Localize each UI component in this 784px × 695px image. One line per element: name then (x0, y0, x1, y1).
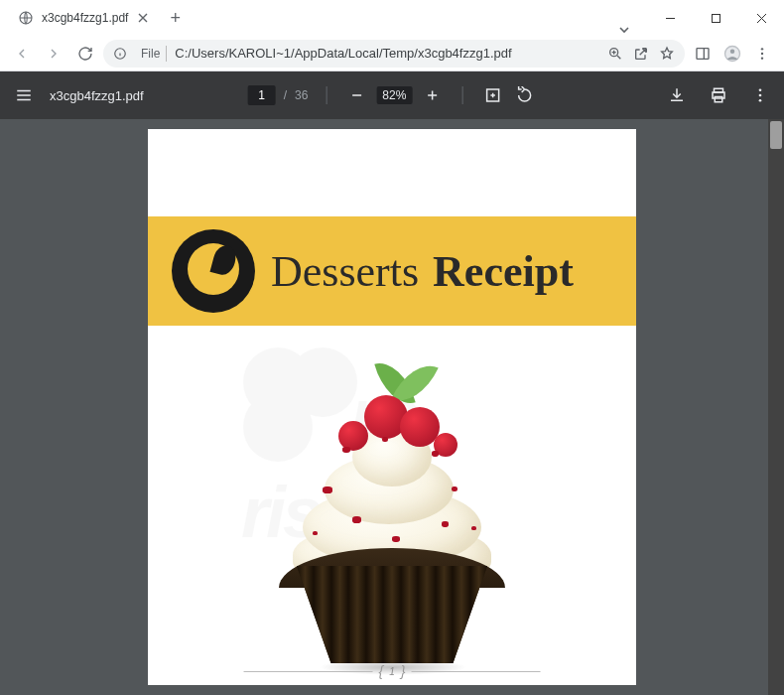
page-number-ornament: { 1 } (244, 663, 541, 679)
close-window-button[interactable] (738, 0, 784, 36)
download-button[interactable] (665, 83, 689, 107)
print-button[interactable] (707, 83, 730, 107)
banner-title-word1: Desserts (271, 246, 419, 297)
url-text: C:/Users/KAROLI~1/AppData/Local/Temp/x3c… (175, 46, 511, 61)
zoom-level: 82% (376, 86, 412, 104)
maximize-button[interactable] (693, 0, 738, 36)
pdf-menu-icon[interactable] (748, 83, 772, 107)
new-tab-button[interactable]: + (160, 8, 191, 29)
svg-point-14 (759, 88, 762, 91)
svg-point-6 (730, 49, 735, 54)
page-number-input[interactable] (248, 85, 276, 105)
file-chip: File (135, 46, 167, 62)
svg-point-7 (761, 48, 763, 50)
pdf-filename: x3cgb4fzzg1.pdf (50, 88, 144, 103)
cupcake-illustration (253, 367, 531, 675)
fit-page-button[interactable] (480, 83, 504, 107)
info-icon (113, 47, 127, 61)
tab-strip: x3cgb4fzzg1.pdf + (0, 0, 601, 36)
pdf-toolbar: x3cgb4fzzg1.pdf / 36 82% (0, 71, 784, 119)
reload-button[interactable] (71, 40, 99, 68)
browser-toolbar: File C:/Users/KAROLI~1/AppData/Local/Tem… (0, 36, 784, 71)
scrollbar-thumb[interactable] (770, 121, 782, 149)
menu-icon[interactable] (12, 83, 36, 107)
toolbar-separator (461, 86, 462, 104)
sidepanel-icon[interactable] (689, 40, 717, 68)
pdf-canvas[interactable]: pc risk Desserts Receipt (0, 119, 784, 695)
banner-logo-icon (172, 229, 255, 313)
share-icon[interactable] (633, 46, 649, 62)
browser-tab[interactable]: x3cgb4fzzg1.pdf (8, 2, 160, 34)
svg-rect-4 (697, 48, 709, 59)
rotate-button[interactable] (512, 83, 536, 107)
zoom-in-button[interactable] (420, 83, 444, 107)
svg-point-9 (761, 57, 763, 59)
window-controls (647, 0, 784, 36)
tab-title: x3cgb4fzzg1.pdf (42, 11, 128, 25)
banner: Desserts Receipt (148, 216, 636, 326)
browser-titlebar: x3cgb4fzzg1.pdf + (0, 0, 784, 36)
forward-button[interactable] (40, 40, 67, 68)
back-button[interactable] (8, 40, 36, 68)
scrollbar[interactable] (768, 119, 784, 695)
page-separator: / (284, 88, 287, 102)
pdf-page: pc risk Desserts Receipt (148, 129, 636, 685)
page-total: 36 (295, 88, 308, 102)
svg-rect-1 (712, 14, 719, 22)
browser-menu-icon[interactable] (748, 40, 776, 68)
svg-point-16 (759, 99, 762, 102)
svg-point-8 (761, 52, 763, 54)
pdf-viewer: x3cgb4fzzg1.pdf / 36 82% (0, 71, 784, 695)
doc-page-number: 1 (389, 666, 395, 677)
minimize-button[interactable] (647, 0, 693, 36)
zoom-out-button[interactable] (344, 83, 368, 107)
star-icon[interactable] (659, 46, 675, 62)
tab-search-icon[interactable] (601, 24, 647, 36)
globe-icon (18, 10, 34, 26)
toolbar-separator (326, 86, 327, 104)
banner-title-word2: Receipt (433, 246, 574, 297)
svg-point-15 (759, 94, 762, 97)
zoom-icon[interactable] (607, 46, 623, 62)
profile-icon[interactable] (719, 40, 746, 68)
address-bar[interactable]: File C:/Users/KAROLI~1/AppData/Local/Tem… (103, 40, 685, 68)
close-tab-icon[interactable] (136, 10, 150, 26)
